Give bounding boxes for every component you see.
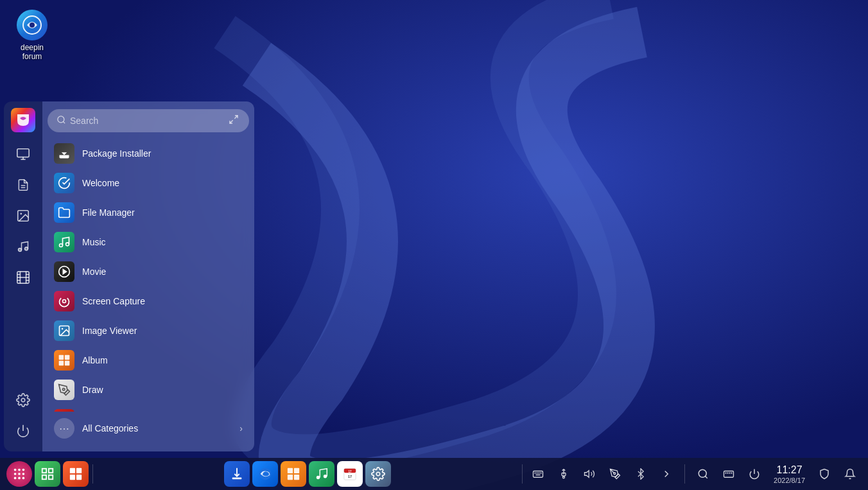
svg-point-77 xyxy=(563,477,565,478)
svg-point-11 xyxy=(25,247,28,250)
all-categories-chevron: › xyxy=(239,423,243,433)
taskbar-more-icon[interactable] xyxy=(655,462,678,486)
taskbar-power-icon[interactable] xyxy=(743,462,766,486)
svg-point-38 xyxy=(63,389,65,390)
svg-rect-59 xyxy=(232,478,242,480)
svg-rect-51 xyxy=(42,469,46,473)
desktop: deepinforum xyxy=(0,0,868,490)
app-item-music[interactable]: Music xyxy=(48,227,249,257)
svg-rect-37 xyxy=(65,361,70,366)
svg-point-65 xyxy=(324,475,327,478)
app-item-movie[interactable]: Movie xyxy=(48,257,249,286)
svg-point-27 xyxy=(60,244,63,247)
search-input[interactable] xyxy=(70,116,223,126)
svg-rect-58 xyxy=(76,475,82,480)
app-item-file-manager[interactable]: File Manager xyxy=(48,198,249,227)
taskbar-center-music[interactable] xyxy=(309,461,334,487)
app-icon-draw xyxy=(54,380,74,400)
svg-point-47 xyxy=(22,473,25,475)
svg-point-28 xyxy=(66,243,69,246)
svg-rect-36 xyxy=(59,361,64,366)
taskbar-windows-icon[interactable] xyxy=(63,461,89,487)
all-categories-item[interactable]: ⋯ All Categories › xyxy=(48,413,249,444)
expand-button[interactable] xyxy=(227,113,240,128)
search-bar[interactable] xyxy=(48,109,249,132)
taskbar-center-settings[interactable] xyxy=(365,461,391,487)
app-icon-welcome xyxy=(54,173,74,193)
taskbar-divider-sys xyxy=(684,464,685,484)
svg-line-81 xyxy=(706,476,707,478)
app-name-image-viewer: Image Viewer xyxy=(82,326,137,336)
taskbar-bluetooth-icon[interactable] xyxy=(629,462,652,486)
app-item-album[interactable]: Album xyxy=(48,346,249,375)
desktop-icon-deepin-forum[interactable]: deepinforum xyxy=(10,10,55,61)
launcher-sidebar xyxy=(4,101,42,451)
svg-point-22 xyxy=(58,116,64,123)
taskbar-volume-icon[interactable] xyxy=(578,462,601,486)
taskbar-center-browser[interactable] xyxy=(252,461,278,487)
svg-point-43 xyxy=(18,469,21,471)
app-icon-document-viewer xyxy=(54,409,74,412)
taskbar: 17 17 xyxy=(0,458,868,490)
svg-point-31 xyxy=(63,300,66,303)
search-icon xyxy=(56,115,66,127)
taskbar-launcher-icon[interactable] xyxy=(6,461,32,487)
taskbar-bell-icon[interactable] xyxy=(838,462,862,486)
svg-point-20 xyxy=(21,398,25,402)
svg-point-46 xyxy=(18,473,21,475)
svg-text:17: 17 xyxy=(348,475,352,478)
app-name-album: Album xyxy=(82,355,108,365)
svg-rect-62 xyxy=(288,475,293,480)
taskbar-center: 17 17 xyxy=(97,461,518,487)
launcher-main: Package InstallerWelcomeFile ManagerMusi… xyxy=(42,101,254,451)
svg-marker-30 xyxy=(63,270,66,274)
sidebar-icon-file[interactable] xyxy=(10,172,36,198)
clock-date: 2022/8/17 xyxy=(774,477,805,484)
taskbar-center-album[interactable] xyxy=(281,461,306,487)
taskbar-clock[interactable]: 11:27 2022/8/17 xyxy=(768,464,810,484)
svg-line-24 xyxy=(234,116,238,119)
app-name-welcome: Welcome xyxy=(82,178,119,188)
sidebar-logo[interactable] xyxy=(11,108,35,132)
svg-point-33 xyxy=(62,328,64,329)
app-name-movie: Movie xyxy=(82,267,106,277)
launcher-panel: Package InstallerWelcomeFile ManagerMusi… xyxy=(4,101,254,451)
taskbar-divider-left xyxy=(92,464,93,484)
taskbar-shield-icon[interactable] xyxy=(813,462,836,486)
sidebar-icon-settings[interactable] xyxy=(10,387,36,413)
sidebar-icon-music[interactable] xyxy=(10,234,36,259)
taskbar-pen-icon[interactable] xyxy=(603,462,627,486)
taskbar-usb-icon[interactable] xyxy=(552,462,575,486)
taskbar-center-calendar[interactable]: 17 17 xyxy=(337,461,363,487)
sidebar-icon-image[interactable] xyxy=(10,203,36,229)
app-item-package-installer[interactable]: Package Installer xyxy=(48,139,249,168)
sidebar-icon-power[interactable] xyxy=(10,418,36,444)
app-list: Package InstallerWelcomeFile ManagerMusi… xyxy=(48,139,249,412)
app-item-draw[interactable]: Draw xyxy=(48,375,249,405)
taskbar-search-icon[interactable] xyxy=(691,462,715,486)
taskbar-left xyxy=(6,461,89,487)
svg-rect-54 xyxy=(49,475,53,479)
taskbar-board-icon[interactable] xyxy=(35,461,60,487)
taskbar-keyboard2-icon[interactable] xyxy=(717,462,740,486)
app-item-welcome[interactable]: Welcome xyxy=(48,168,249,198)
svg-point-79 xyxy=(614,473,616,475)
svg-point-10 xyxy=(19,249,22,252)
sidebar-icon-monitor[interactable] xyxy=(10,141,36,167)
app-item-screen-capture[interactable]: Screen Capture xyxy=(48,286,249,316)
sidebar-icon-film[interactable] xyxy=(10,265,36,290)
app-icon-screen-capture xyxy=(54,291,74,311)
svg-point-44 xyxy=(22,469,25,471)
app-item-image-viewer[interactable]: Image Viewer xyxy=(48,316,249,346)
svg-rect-61 xyxy=(294,468,299,473)
svg-rect-63 xyxy=(294,475,299,480)
svg-rect-56 xyxy=(76,468,82,473)
app-icon-image-viewer xyxy=(54,320,74,341)
svg-point-80 xyxy=(699,469,706,477)
svg-point-64 xyxy=(317,476,320,480)
taskbar-center-clone[interactable] xyxy=(224,461,250,487)
app-icon-file-manager xyxy=(54,202,74,223)
app-item-document-viewer[interactable]: Document Viewer xyxy=(48,405,249,412)
taskbar-keyboard-icon[interactable] xyxy=(526,462,550,486)
app-name-package-installer: Package Installer xyxy=(82,148,151,159)
